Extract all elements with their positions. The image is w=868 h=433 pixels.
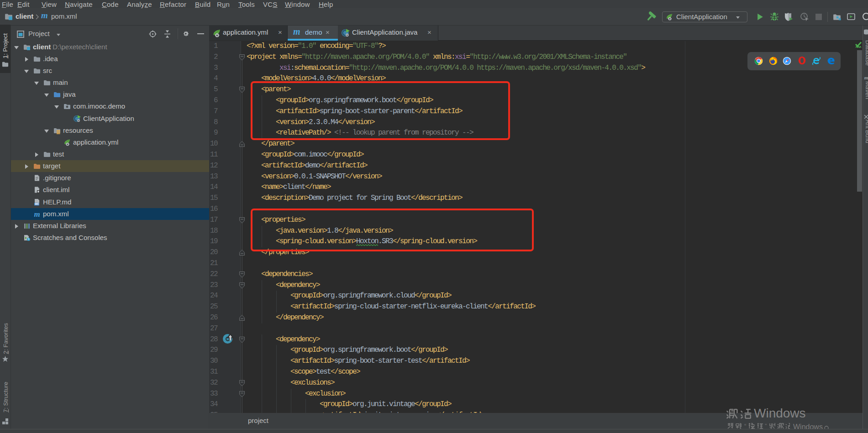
svg-text:m: m [864, 75, 868, 80]
svg-text:”: ” [765, 423, 767, 429]
svg-text:“: “ [744, 423, 746, 429]
